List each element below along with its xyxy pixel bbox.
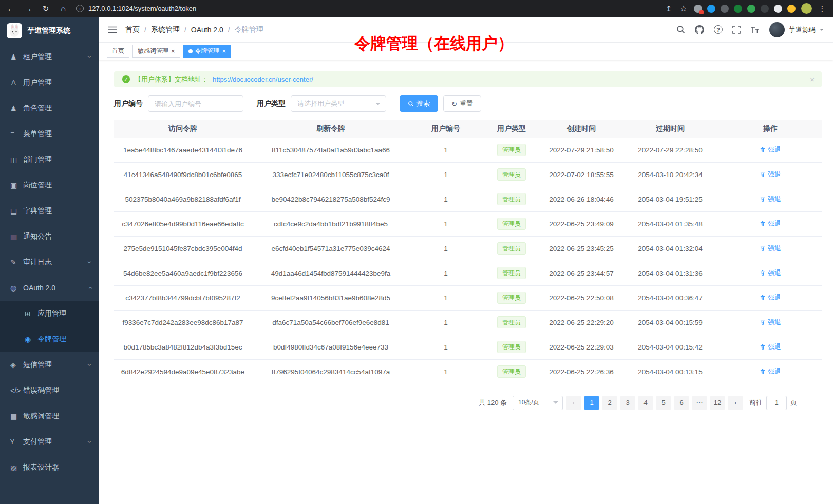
page-button-12[interactable]: 12 <box>710 396 725 410</box>
reset-button[interactable]: 重置 <box>443 95 481 112</box>
site-info-icon[interactable] <box>76 5 84 12</box>
url-text[interactable]: 127.0.0.1:1024/system/oauth2/token <box>88 5 196 12</box>
sidebar-item-dept[interactable]: ◫部门管理 <box>0 147 99 172</box>
extension-black-icon[interactable] <box>761 5 769 13</box>
force-logout-button[interactable]: 强退 <box>760 318 781 327</box>
browser-reload-icon[interactable] <box>41 4 50 13</box>
sidebar-item-sensitive[interactable]: ▦敏感词管理 <box>0 403 99 429</box>
sidebar-item-report[interactable]: ▨报表设计器 <box>0 455 99 480</box>
sidebar-item-role[interactable]: ♟角色管理 <box>0 95 99 121</box>
sidebar-item-label: 错误码管理 <box>23 386 91 395</box>
font-size-icon[interactable] <box>750 26 760 33</box>
browser-profile-avatar[interactable] <box>801 3 812 14</box>
sidebar-item-oauth2-app[interactable]: ⊞应用管理 <box>0 301 99 326</box>
page-button-6[interactable]: 6 <box>674 396 689 410</box>
browser-back-icon[interactable] <box>6 4 15 13</box>
user-id-cell: 1 <box>410 138 482 162</box>
breadcrumb-item[interactable]: 首页 <box>125 25 140 34</box>
extension-green-icon[interactable] <box>734 5 742 13</box>
share-icon[interactable] <box>664 4 673 13</box>
force-logout-button[interactable]: 强退 <box>760 145 781 154</box>
page-size-select[interactable]: 10条/页 <box>513 396 563 410</box>
tab-close-icon[interactable]: × <box>222 48 226 54</box>
extension-light-icon[interactable] <box>774 5 782 13</box>
chevron-down-icon: › <box>86 441 94 443</box>
extension-smiley-icon[interactable] <box>787 5 796 13</box>
browser-menu-icon[interactable] <box>818 4 827 13</box>
page-button-5[interactable]: 5 <box>656 396 671 410</box>
force-logout-button[interactable]: 强退 <box>760 244 781 253</box>
extension-twitter-icon[interactable] <box>707 5 715 13</box>
browser-forward-icon[interactable] <box>24 4 33 13</box>
view-tab-首页[interactable]: 首页 <box>107 45 129 58</box>
hamburger-icon[interactable] <box>108 26 117 33</box>
next-page-button[interactable]: › <box>728 396 743 410</box>
github-icon[interactable] <box>695 25 704 34</box>
pay-icon: ¥ <box>10 438 23 446</box>
sidebar-item-dict[interactable]: ▤字典管理 <box>0 198 99 224</box>
prev-page-button[interactable]: ‹ <box>566 396 581 410</box>
extension-dark-icon[interactable] <box>721 5 729 13</box>
force-logout-button[interactable]: 强退 <box>760 170 781 179</box>
doc-link[interactable]: https://doc.iocoder.cn/user-center/ <box>213 75 313 83</box>
bookmark-star-icon[interactable] <box>679 4 688 13</box>
breadcrumb-item[interactable]: 系统管理 <box>151 25 180 34</box>
menu-icon: ≡ <box>10 130 23 138</box>
force-logout-button[interactable]: 强退 <box>760 219 781 228</box>
alert-close-icon[interactable] <box>810 75 815 84</box>
extension-gray-icon[interactable] <box>694 5 702 13</box>
view-tab-令牌管理[interactable]: 令牌管理× <box>183 45 232 58</box>
search-icon[interactable] <box>676 25 685 34</box>
user-id-cell: 1 <box>410 187 482 211</box>
page-button-2[interactable]: 2 <box>602 396 617 410</box>
force-logout-button[interactable]: 强退 <box>760 293 781 302</box>
sidebar-item-user[interactable]: ♙用户管理 <box>0 70 99 95</box>
user-id-cell: 1 <box>410 261 482 285</box>
force-logout-button[interactable]: 强退 <box>760 268 781 278</box>
sidebar-item-oauth2-token[interactable]: ◉令牌管理 <box>0 326 99 352</box>
table-row: f9336e7c7dd242a283ee98dc86b17a87dfa6c71a… <box>114 310 822 335</box>
annotation-text: 令牌管理（在线用户） <box>354 33 514 54</box>
search-button[interactable]: 搜索 <box>400 95 438 112</box>
user-type-badge: 管理员 <box>497 365 526 378</box>
sidebar-item-pay[interactable]: ¥支付管理› <box>0 429 99 455</box>
view-tab-敏感词管理[interactable]: 敏感词管理× <box>132 45 180 58</box>
page-button-3[interactable]: 3 <box>620 396 635 410</box>
user-menu[interactable]: 芋道源码 <box>769 22 824 37</box>
force-logout-button[interactable]: 强退 <box>760 367 781 376</box>
sidebar-item-errcode[interactable]: </>错误码管理 <box>0 378 99 403</box>
sidebar-item-oauth2[interactable]: ◍OAuth 2.0› <box>0 275 99 301</box>
browser-home-icon[interactable] <box>59 4 68 13</box>
column-header: 创建时间 <box>541 120 621 138</box>
force-logout-button[interactable]: 强退 <box>760 342 781 352</box>
page-ellipsis[interactable]: ⋯ <box>692 396 707 410</box>
user-type-badge: 管理员 <box>497 168 526 181</box>
sidebar-item-menu[interactable]: ≡菜单管理 <box>0 121 99 147</box>
chevron-down-icon: › <box>86 364 94 366</box>
force-logout-button[interactable]: 强退 <box>760 195 781 204</box>
fullscreen-icon[interactable] <box>732 26 741 34</box>
sidebar-item-post[interactable]: ▣岗位管理 <box>0 172 99 198</box>
sidebar-item-label: 支付管理 <box>23 437 89 447</box>
page-button-4[interactable]: 4 <box>638 396 653 410</box>
app-logo[interactable]: 芋道管理系统 <box>0 17 99 44</box>
help-icon[interactable] <box>714 25 723 34</box>
oauth-icon: ◍ <box>10 284 23 292</box>
page-list: 123456⋯12 <box>584 396 725 410</box>
page-button-1[interactable]: 1 <box>584 396 599 410</box>
user-type-select[interactable]: 请选择用户类型 <box>291 95 386 112</box>
sidebar-item-audit[interactable]: ✎审计日志› <box>0 249 99 275</box>
sidebar-item-tenant[interactable]: ♟租户管理› <box>0 44 99 70</box>
browser-extensions <box>694 5 796 13</box>
chevron-up-icon: › <box>86 287 94 289</box>
goto-page-input[interactable] <box>766 396 787 410</box>
sidebar-item-notice[interactable]: ▥通知公告 <box>0 224 99 249</box>
breadcrumb-item[interactable]: OAuth 2.0 <box>191 26 223 34</box>
sidebar-item-sms[interactable]: ◈短信管理› <box>0 352 99 378</box>
column-header: 用户类型 <box>482 120 541 138</box>
tab-close-icon[interactable]: × <box>171 48 175 54</box>
user-id-input[interactable] <box>148 95 243 112</box>
extension-colorful-icon[interactable] <box>747 5 755 13</box>
address-bar[interactable]: 127.0.0.1:1024/system/oauth2/token <box>76 5 656 12</box>
page-size-value: 10条/页 <box>518 398 539 407</box>
